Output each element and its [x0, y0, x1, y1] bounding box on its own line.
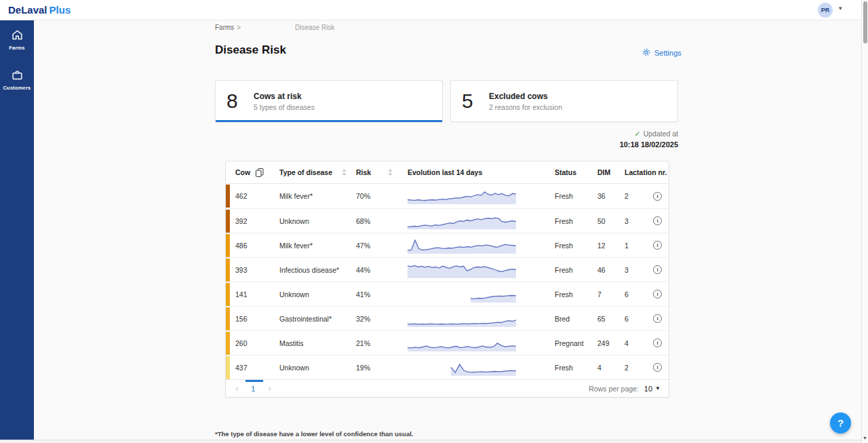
cow-status: Fresh — [555, 266, 597, 274]
lactation-number: 2 — [625, 192, 653, 200]
disease-risk-table: Cow Type of disease Risk Evolution last … — [225, 161, 669, 398]
brand-primary: DeLaval — [8, 4, 47, 16]
col-header-status: Status — [555, 168, 576, 176]
page-title: Disease Risk — [215, 43, 286, 57]
evolution-sparkline — [402, 236, 555, 255]
rows-per-page-select[interactable]: 10 — [644, 385, 652, 393]
lactation-number: 2 — [625, 364, 653, 372]
horizontal-scrollbar[interactable] — [0, 440, 868, 443]
info-icon[interactable]: i — [653, 363, 662, 372]
info-icon[interactable]: i — [653, 265, 662, 274]
sidebar: Farms Customers — [0, 20, 34, 440]
disease-type: Gastrointestinal* — [279, 315, 356, 323]
card-title: Cows at risk — [254, 92, 315, 101]
dim-value: 36 — [597, 192, 625, 200]
table-row[interactable]: 392 Unknown 68% Fresh 50 3 i — [226, 208, 669, 233]
vertical-scrollbar[interactable]: ▼ — [861, 0, 868, 443]
cow-status: Bred — [555, 315, 597, 323]
table-row[interactable]: 156 Gastrointestinal* 32% Bred 65 6 i — [226, 306, 669, 330]
updated-timestamp: 10:18 18/02/2025 — [475, 140, 678, 149]
updated-at: ✓Updated at 10:18 18/02/2025 — [475, 130, 678, 149]
lactation-number: 3 — [625, 266, 653, 274]
footnote: *The type of disease have a lower level … — [215, 430, 413, 438]
settings-button[interactable]: Settings — [642, 47, 682, 58]
cow-id: 260 — [230, 339, 279, 347]
breadcrumb-current: Disease Risk — [295, 24, 334, 31]
col-header-cow: Cow — [235, 168, 250, 176]
info-icon[interactable]: i — [653, 314, 662, 323]
dim-value: 50 — [597, 217, 625, 225]
help-button[interactable]: ? — [830, 412, 851, 434]
info-icon[interactable]: i — [653, 216, 662, 225]
disease-type: Mastitis — [279, 339, 356, 347]
copy-icon[interactable] — [256, 168, 264, 177]
prev-page-button[interactable]: ‹ — [233, 383, 241, 393]
table-row[interactable]: 393 Infectious disease* 44% Fresh 46 3 i — [226, 257, 669, 282]
sidebar-item-farms[interactable]: Farms — [0, 27, 34, 54]
table-row[interactable]: 462 Milk fever* 70% Fresh 36 2 i — [226, 184, 669, 208]
cow-id: 462 — [230, 192, 279, 200]
cow-id: 141 — [230, 290, 279, 298]
app-logo[interactable]: DeLavalPlus — [8, 0, 71, 20]
breadcrumb-separator: > — [237, 24, 241, 31]
evolution-sparkline — [402, 358, 555, 377]
col-header-risk: Risk — [356, 168, 371, 176]
chevron-down-icon[interactable]: ▼ — [655, 385, 660, 391]
sort-icon[interactable] — [388, 169, 393, 176]
table-header: Cow Type of disease Risk Evolution last … — [226, 161, 669, 184]
scrollbar-down-arrow[interactable]: ▼ — [862, 436, 868, 440]
excluded-cows-count: 5 — [462, 90, 478, 113]
briefcase-icon — [12, 70, 23, 83]
card-title: Excluded cows — [489, 92, 562, 101]
updated-label: Updated at — [644, 130, 678, 138]
info-icon[interactable]: i — [653, 290, 662, 298]
evolution-sparkline — [402, 187, 555, 206]
disease-type: Milk fever* — [279, 192, 356, 200]
active-page-indicator — [245, 380, 263, 382]
disease-type: Unknown — [279, 290, 356, 298]
breadcrumb[interactable]: Farms> — [215, 24, 241, 31]
cow-status: Fresh — [555, 364, 597, 372]
avatar[interactable]: PR — [818, 3, 833, 18]
table-row[interactable]: 486 Milk fever* 47% Fresh 12 1 i — [226, 233, 669, 257]
risk-percent: 19% — [356, 364, 402, 372]
risk-percent: 44% — [356, 266, 402, 274]
topbar: DeLavalPlus PR ▾ — [0, 0, 868, 20]
card-excluded-cows[interactable]: 5 Excluded cows 2 reasons for exclusion — [450, 80, 678, 122]
table-row[interactable]: 437 Unknown 19% Fresh 4 2 i — [226, 355, 669, 379]
evolution-sparkline — [402, 334, 555, 353]
dim-value: 4 — [597, 364, 625, 372]
next-page-button[interactable]: › — [265, 383, 273, 393]
chevron-down-icon[interactable]: ▾ — [839, 5, 842, 12]
col-header-dim: DIM — [597, 168, 610, 176]
col-header-evolution: Evolution last 14 days — [408, 168, 482, 176]
scrollbar-thumb[interactable] — [863, 1, 867, 43]
info-icon[interactable]: i — [653, 241, 662, 250]
evolution-sparkline — [402, 285, 555, 304]
evolution-sparkline — [402, 309, 555, 328]
table-row[interactable]: 260 Mastitis 21% Pregnant 249 4 i — [226, 330, 669, 355]
risk-percent: 70% — [356, 192, 402, 200]
cows-at-risk-count: 8 — [226, 90, 243, 113]
disease-type: Milk fever* — [279, 242, 356, 250]
page-number[interactable]: 1 — [251, 385, 255, 393]
evolution-sparkline — [402, 212, 555, 231]
cow-id: 393 — [230, 266, 279, 274]
sort-icon[interactable] — [342, 169, 347, 176]
table-row[interactable]: 141 Unknown 41% Fresh 7 6 i — [226, 282, 669, 306]
info-icon[interactable]: i — [653, 192, 662, 201]
settings-label: Settings — [654, 49, 682, 57]
brand-secondary: Plus — [50, 4, 71, 16]
dim-value: 65 — [597, 315, 625, 323]
dim-value: 249 — [597, 339, 625, 347]
breadcrumb-farms[interactable]: Farms — [215, 24, 234, 31]
cow-id: 156 — [230, 315, 279, 323]
rows-per-page-label: Rows per page: — [589, 385, 639, 393]
lactation-number: 4 — [625, 339, 653, 347]
info-icon[interactable]: i — [653, 339, 662, 347]
sidebar-item-customers[interactable]: Customers — [0, 67, 34, 94]
dim-value: 12 — [597, 242, 625, 250]
card-cows-at-risk[interactable]: 8 Cows at risk 5 types of diseases — [215, 80, 443, 122]
cow-id: 486 — [230, 242, 279, 250]
card-subtitle: 2 reasons for exclusion — [489, 103, 562, 111]
